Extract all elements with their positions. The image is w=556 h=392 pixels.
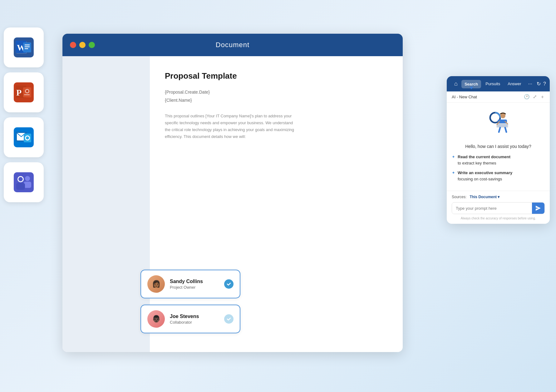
- svg-point-13: [26, 90, 28, 92]
- svg-rect-31: [497, 124, 508, 127]
- ai-sources-link[interactable]: This Document ▾: [469, 195, 499, 199]
- user-info-sandy: Sandy Collins Project Owner: [170, 279, 219, 290]
- svg-marker-36: [536, 206, 541, 211]
- document-sidebar: [62, 56, 150, 352]
- ai-nav-pursuits[interactable]: Pursuits: [482, 80, 503, 88]
- ai-suggestion-text-1: Read the current document to extract key…: [458, 154, 510, 166]
- ai-help-icon[interactable]: ?: [543, 81, 546, 87]
- avatar-sandy: 👩🏾: [147, 275, 165, 293]
- close-button[interactable]: [70, 42, 76, 48]
- ai-nav-actions: ↻ ?: [537, 81, 546, 87]
- ai-footer: Sources: This Document ▾ Always check th…: [447, 191, 550, 224]
- ai-suggestion-1[interactable]: ✦ Read the current document to extract k…: [452, 154, 545, 166]
- ai-greeting-text: Hello, how can I assist you today?: [465, 144, 531, 149]
- ai-history-icon[interactable]: 🕐: [524, 94, 530, 100]
- check-badge-joe: [224, 314, 234, 324]
- window-title: Document: [216, 41, 249, 49]
- user-name-sandy: Sandy Collins: [170, 279, 219, 284]
- ai-subbar-actions: 🕐 ⤢ ＋: [524, 94, 545, 100]
- ai-sources-row: Sources: This Document ▾: [452, 195, 545, 199]
- ai-send-button[interactable]: [532, 203, 544, 214]
- svg-rect-14: [24, 94, 30, 95]
- svg-rect-4: [23, 42, 31, 52]
- minimize-button[interactable]: [79, 42, 86, 48]
- ai-robot-illustration: [486, 110, 511, 139]
- teams-app-icon[interactable]: [4, 162, 44, 202]
- user-card-sandy[interactable]: 👩🏾 Sandy Collins Project Owner: [140, 270, 240, 298]
- ai-suggestion-icon-1: ✦: [452, 154, 455, 159]
- ai-home-icon[interactable]: ⌂: [452, 79, 460, 88]
- window-title-bar: Document: [62, 34, 403, 56]
- word-app-icon[interactable]: W: [4, 27, 44, 67]
- svg-line-34: [499, 128, 500, 132]
- document-title: Proposal Template: [165, 71, 388, 81]
- ai-expand-icon[interactable]: ⤢: [533, 94, 537, 100]
- ai-subbar: AI - New Chat 🕐 ⤢ ＋: [447, 91, 550, 103]
- svg-line-35: [505, 128, 506, 132]
- ai-navigation: ⌂ Search Pursuits Answer ··· ↻ ?: [447, 76, 550, 91]
- maximize-button[interactable]: [89, 42, 95, 48]
- user-role-joe: Collaborator: [170, 320, 219, 325]
- ai-avatar-svg: [486, 110, 511, 135]
- document-date-field: {Proposal.Create.Date}: [165, 90, 388, 95]
- ai-prompt-input[interactable]: [452, 203, 532, 214]
- svg-text:P: P: [16, 88, 22, 97]
- ai-send-icon: [536, 206, 541, 211]
- ai-input-row: [452, 202, 545, 214]
- sidebar-app-icons: W P: [4, 27, 44, 202]
- window-controls: [70, 42, 95, 48]
- svg-point-28: [500, 113, 505, 118]
- user-cards-container: 👩🏾 Sandy Collins Project Owner 👨🏿 Joe St…: [140, 270, 240, 333]
- ai-refresh-icon[interactable]: ↻: [537, 81, 541, 87]
- check-badge-sandy: [224, 279, 234, 289]
- ai-body: Hello, how can I assist you today? ✦ Rea…: [447, 103, 550, 191]
- ai-suggestion-icon-2: ✦: [452, 170, 455, 175]
- svg-point-25: [18, 177, 23, 181]
- outlook-app-icon[interactable]: [4, 117, 44, 157]
- user-info-joe: Joe Stevens Collaborator: [170, 314, 219, 325]
- ai-suggestion-2[interactable]: ✦ Write an executive summary focusing on…: [452, 170, 545, 182]
- ai-nav-more[interactable]: ···: [526, 80, 534, 88]
- ai-suggestion-text-2: Write an executive summary focusing on c…: [458, 170, 512, 182]
- ai-nav-answer[interactable]: Answer: [504, 80, 524, 88]
- svg-point-20: [26, 136, 29, 140]
- ai-new-chat-label: AI - New Chat: [452, 95, 521, 99]
- ai-panel: ⌂ Search Pursuits Answer ··· ↻ ? AI - Ne…: [447, 76, 550, 224]
- svg-rect-26: [16, 183, 25, 190]
- user-name-joe: Joe Stevens: [170, 314, 219, 319]
- powerpoint-app-icon[interactable]: P: [4, 72, 44, 112]
- user-card-joe[interactable]: 👨🏿 Joe Stevens Collaborator: [140, 305, 240, 333]
- svg-point-22: [25, 176, 30, 181]
- main-document-window: Document Proposal Template {Proposal.Cre…: [62, 34, 403, 352]
- document-body: Proposal Template {Proposal.Create.Date}…: [62, 56, 403, 352]
- avatar-joe: 👨🏿: [147, 310, 165, 328]
- ai-disclaimer-text: Always check the accuracy of responses b…: [452, 217, 545, 220]
- user-role-sandy: Project Owner: [170, 285, 219, 290]
- ai-sources-label: Sources:: [452, 195, 466, 199]
- ai-add-icon[interactable]: ＋: [540, 94, 545, 100]
- document-body-text: This proposal outlines [Your IT Company …: [165, 113, 296, 140]
- document-client-field: {Client.Name}: [165, 98, 388, 103]
- document-content: Proposal Template {Proposal.Create.Date}…: [150, 56, 403, 352]
